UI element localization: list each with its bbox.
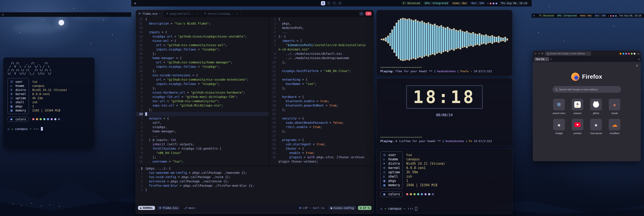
shortcut-label: amazon <box>574 112 581 114</box>
record-icon[interactable]: ● <box>610 15 612 17</box>
left-monitor-bar: ≡ <box>0 12 131 17</box>
np-time: [0:57/2:53] <box>474 70 492 73</box>
tab-close-icon[interactable]: × <box>159 12 160 15</box>
code-line: 8 forAllSystems = nixpkgs.lib.genAttrs [ <box>136 146 268 151</box>
np-artist2: Po <box>469 139 472 143</box>
line-number: 4 <box>269 30 278 34</box>
visualizer-bar <box>398 20 400 59</box>
code-line: 21 }; <box>269 108 374 112</box>
shortcut-youtube[interactable]: youtube <box>572 119 583 134</box>
code-text: plugins = with pkgs.xfce; [thunar-archiv… <box>278 155 366 159</box>
shortcut-amazon[interactable]: aamazon <box>572 99 583 114</box>
extension-icon[interactable] <box>631 53 632 55</box>
visualizer-bar <box>434 24 436 55</box>
workspace-3[interactable]: 3 <box>332 1 336 6</box>
newtab-search-input[interactable]: Search with Google or enter address <box>552 86 621 93</box>
tab-close-icon[interactable]: × <box>236 12 238 15</box>
pane-flake-nix[interactable]: 22{21 description = "tux's NixOS Flake";… <box>136 17 269 166</box>
extension-icon[interactable] <box>625 53 627 55</box>
pane-pkgs-default[interactable]: 1{pkgs, ...}: {1 tux-awesome-wm-config =… <box>136 166 374 204</box>
shortcut-cloudflare[interactable]: ☁cloudflare <box>609 119 620 134</box>
volume-icon[interactable]: ♪ <box>608 15 609 17</box>
line-number: 27 <box>269 133 278 138</box>
extension-icon[interactable] <box>620 53 622 55</box>
vpn-icon[interactable]: ● <box>612 15 614 17</box>
forward-icon[interactable]: → <box>538 52 540 55</box>
line-number: 8 <box>136 146 145 151</box>
extension-icon[interactable] <box>634 53 636 55</box>
terminal-window[interactable]: /\ /\ _ /\ _ /\ / V \ / \/ \/ \ / \ / /\… <box>3 58 94 148</box>
code-line: 4 home-manager, <box>136 129 268 133</box>
shortcut-search.nixos[interactable]: ❄search.nixos <box>553 99 566 114</box>
new-tab-button[interactable]: + <box>550 58 552 61</box>
close-buffer-button[interactable]: × <box>366 12 372 16</box>
distro-value: NixOS 24.11 (Vicuna) <box>406 161 445 166</box>
code-text: }: { <box>278 34 286 39</box>
pane-iso-config[interactable]: 1{2 pkgs,3 modulesPath,4 ...5}: {6 impor… <box>269 17 374 166</box>
editor-tab[interactable]: ❄flake.nix× <box>136 10 164 17</box>
gear-icon[interactable]: ⚙ <box>636 64 638 67</box>
shortcut-github[interactable]: github <box>590 99 602 114</box>
firefox-window[interactable]: ← → ↻ Search with Google or enter addres… <box>533 51 641 161</box>
menu-icon[interactable]: ≡ <box>134 2 136 5</box>
status-chip: Bat: 100 <box>470 2 486 5</box>
line-number: 5 <box>136 188 145 192</box>
code-line: 23 security = { <box>269 116 374 120</box>
menu-icon[interactable]: ≡ <box>2 13 4 16</box>
editor-tab[interactable]: ❄pkgs/default...× <box>164 10 202 17</box>
tab-list-icon[interactable]: ▾ <box>638 58 640 60</box>
menu-icon[interactable]: ≡ <box>533 15 534 17</box>
shortcut-chatgpt[interactable]: *chatgpt <box>553 119 565 134</box>
tab-close-icon[interactable]: × <box>197 12 198 15</box>
workspace-1[interactable]: 1 <box>321 1 325 6</box>
shell-icon: $ <box>383 174 386 179</box>
repo-chip[interactable]: ● nixos-config <box>329 206 356 210</box>
shell-prompt[interactable]: ⌂→canopus~››› <box>8 127 90 131</box>
palette-dot <box>410 193 412 195</box>
code-text: nix-vscode-extensions = { <box>145 73 198 77</box>
menu-icon[interactable]: ≡ <box>638 52 639 55</box>
visualizer-bar <box>391 30 393 49</box>
search-placeholder: Search with Google or enter address <box>559 88 598 91</box>
line-number: 5 <box>136 133 145 138</box>
hname-icon: ⌂ <box>383 157 386 161</box>
shell-prompt[interactable]: ⌂→canopus~››› <box>380 207 508 210</box>
code-text: enable = true; <box>278 151 315 155</box>
code-line: 4 ... <box>269 30 374 34</box>
colors-row: ●colors <box>8 117 90 122</box>
refresh-icon[interactable]: ↻ <box>541 52 543 55</box>
code-line: 5}: { <box>269 34 374 39</box>
tab-new-tab[interactable]: New Tab × <box>534 57 549 61</box>
network-icon[interactable]: ● <box>615 15 617 17</box>
neovim-window[interactable]: ❄flake.nix×❄pkgs/default...×❄hosts/isoIm… <box>136 10 374 214</box>
fastfetch-info: ☺user⌂hname❄distro⚙kernel◷uptime$shell▣p… <box>380 151 508 189</box>
record-icon[interactable]: ● <box>490 2 492 5</box>
workspace-4[interactable]: 4 <box>338 1 342 6</box>
extension-icon[interactable] <box>622 53 624 55</box>
url-bar[interactable]: Search with Google or enter address <box>545 52 591 56</box>
volume-icon[interactable]: ♪ <box>487 2 488 5</box>
workspace-2[interactable]: 2 <box>326 1 331 6</box>
firefox-newtab-page: ⚙ Firefox Search with Google or enter ad… <box>533 62 641 161</box>
shortcut-claude[interactable]: *claude <box>609 99 620 114</box>
code-line: 8 ../../modules/nixos/default.nix <box>269 52 374 56</box>
code-line: 14 networking = { <box>269 77 374 82</box>
extension-icon[interactable] <box>628 53 630 55</box>
vpn-icon[interactable]: ● <box>492 2 494 5</box>
nix-icon: ❄ <box>159 206 162 209</box>
line-number: 16 <box>136 43 145 47</box>
shortcut-chat.openai[interactable]: *chat.openai <box>590 119 602 134</box>
command-line <box>136 211 374 214</box>
np-prefix: Playing: <box>380 70 394 73</box>
pkgs-icon: ▣ <box>383 179 386 183</box>
cloud <box>13 24 60 34</box>
panel-toggle-icon[interactable]: ◫ <box>359 12 364 16</box>
code-line: 11 username = "tux"; <box>136 159 268 164</box>
code-line: 6 }; <box>136 86 268 90</box>
code-text: modulesPath, <box>278 26 304 30</box>
back-icon[interactable]: ← <box>534 52 536 55</box>
close-icon[interactable]: × <box>546 58 547 60</box>
network-icon[interactable]: ● <box>496 2 498 5</box>
editor-tab[interactable]: ❄hosts/isoImag...× <box>201 10 241 17</box>
visualizer-bar <box>415 20 416 60</box>
